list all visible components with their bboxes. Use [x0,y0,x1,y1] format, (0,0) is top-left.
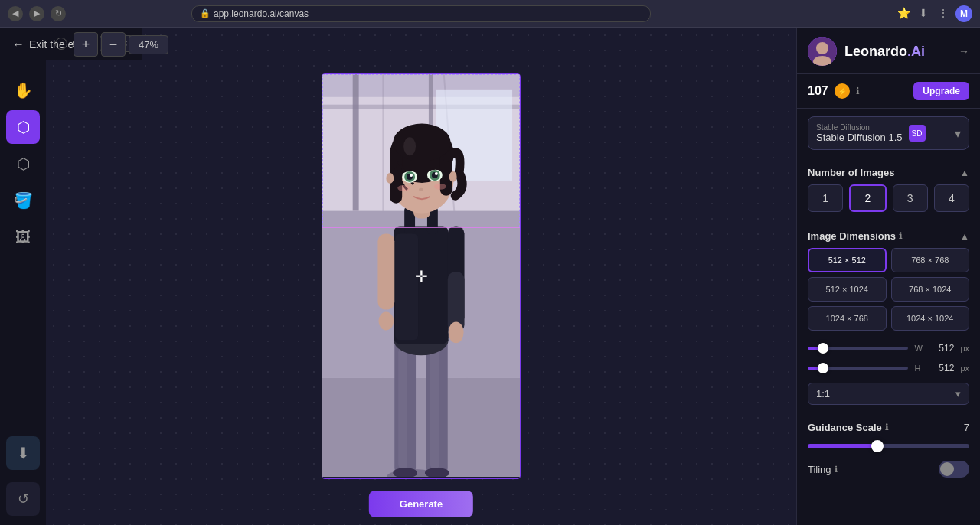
width-slider-thumb[interactable] [818,343,828,354]
height-value: 512 [933,363,954,373]
undo-button[interactable]: ↺ [6,482,40,516]
tiling-toggle-knob [940,462,954,476]
dim-768x768-button[interactable]: 768 × 768 [891,248,970,272]
download-tool-button[interactable]: ⬇ [6,436,40,470]
count-4-button[interactable]: 4 [934,184,969,212]
dim-512x1024-button[interactable]: 512 × 1024 [808,277,887,302]
browser-refresh[interactable]: ↻ [51,6,66,21]
selection-tool-button[interactable]: ⬡ [6,110,40,144]
aspect-ratio-chevron-icon: ▾ [956,388,961,399]
guidance-scale-label: Guidance Scale [808,422,882,433]
aspect-ratio-select[interactable]: 1:1 ▾ [808,383,969,405]
paint-icon: 🪣 [14,191,33,210]
height-slider-track[interactable] [808,367,908,370]
image-count-row: 1 2 3 4 [797,184,980,221]
browser-download-icon[interactable]: ⬇ [916,5,931,21]
app-body: ← Exit the editor + − 47% Snap 8 ▲ ▼ ✋ [0,28,980,525]
number-of-images-collapse[interactable]: ▲ [960,168,969,178]
model-info: Stable Diffusion Stable Diffusion 1.5 [816,123,903,143]
url-bar[interactable]: 🔒 app.leonardo.ai/canvas [191,5,651,22]
zoom-in-button[interactable]: + [74,32,98,57]
svg-rect-5 [353,74,359,211]
svg-point-34 [403,137,416,155]
guidance-track[interactable] [808,444,969,448]
svg-point-25 [449,321,464,343]
model-chevron-icon: ▾ [955,126,961,141]
browser-chrome: ◀ ▶ ↻ 🔒 app.leonardo.ai/canvas ⭐ ⬇ ⋮ M [0,0,980,28]
tiling-row: Tiling ℹ [797,453,980,485]
browser-forward[interactable]: ▶ [29,6,44,21]
guidance-thumb[interactable] [871,440,884,452]
canvas-image-wrapper: ✛ [322,73,521,479]
token-count: 107 [808,84,828,98]
height-slider-row: H 512 px [797,358,980,378]
token-info-icon[interactable]: ℹ [856,86,860,96]
svg-point-44 [397,185,410,191]
tiling-toggle[interactable] [939,461,969,478]
aspect-ratio-value: 1:1 [816,388,830,399]
right-panel: Leonardo.Ai → 107 ⚡ ℹ Upgrade Stable Dif… [796,28,980,525]
model-label: Stable Diffusion [816,123,903,132]
token-icon: ⚡ [835,83,850,99]
canvas-artwork [322,74,520,477]
canvas-image-frame[interactable]: ✛ [322,73,521,479]
dim-1024x1024-button[interactable]: 1024 × 1024 [891,306,970,331]
count-2-button[interactable]: 2 [849,184,886,212]
guidance-slider-row [797,439,980,453]
image-tool-button[interactable]: 🖼 [6,220,40,254]
width-label: W [914,344,926,353]
tiling-label: Tiling ℹ [808,464,939,475]
width-unit: px [960,344,969,353]
tiling-label-text: Tiling [808,464,831,475]
tiling-info-icon[interactable]: ℹ [835,465,838,474]
zoom-controls: + − 47% [74,32,168,57]
image-dimensions-info-icon[interactable]: ℹ [899,231,902,241]
guidance-scale-title: Guidance Scale ℹ [808,422,888,433]
dim-768x1024-button[interactable]: 768 × 1024 [891,277,970,302]
width-value: 512 [933,343,954,354]
guidance-info-icon[interactable]: ℹ [885,422,888,432]
svg-rect-9 [322,378,520,477]
image-dimensions-collapse[interactable]: ▲ [960,231,969,242]
svg-point-33 [393,123,450,161]
svg-point-43 [419,188,423,191]
model-selector[interactable]: Stable Diffusion Stable Diffusion 1.5 SD… [808,116,969,150]
canvas-area[interactable]: ✛ This will use 2 tokens. 107 tokens rem… [46,28,796,525]
svg-point-47 [449,171,457,182]
browser-actions: ⭐ ⬇ ⋮ M [896,5,972,22]
undo-icon: ↺ [18,491,29,507]
svg-rect-26 [377,233,394,309]
token-row: 107 ⚡ ℹ Upgrade [797,74,980,109]
count-1-button[interactable]: 1 [808,184,843,212]
hand-icon: ✋ [14,81,33,99]
svg-rect-15 [430,347,439,469]
generate-button[interactable]: Generate [369,491,473,517]
height-slider-thumb[interactable] [818,363,828,373]
browser-profile-icon[interactable]: M [956,5,972,22]
horizontal-guide [322,227,521,228]
count-3-button[interactable]: 3 [893,184,928,212]
paint-tool-button[interactable]: 🪣 [6,184,40,217]
zoom-out-button[interactable]: − [101,32,126,57]
number-of-images-title: Number of Images [808,167,894,178]
eraser-icon: ⬡ [17,155,30,173]
download-icon: ⬇ [17,444,30,462]
svg-point-27 [378,312,394,331]
upgrade-button[interactable]: Upgrade [913,82,969,100]
browser-extensions-icon[interactable]: ⭐ [896,5,911,21]
browser-back[interactable]: ◀ [8,6,23,21]
svg-point-42 [435,172,438,175]
eraser-tool-button[interactable]: ⬡ [6,147,40,181]
browser-menu-icon[interactable]: ⋮ [936,5,951,21]
width-slider-row: W 512 px [797,338,980,358]
guidance-scale-value: 7 [964,422,969,433]
svg-rect-14 [398,347,407,469]
dim-512x512-button[interactable]: 512 × 512 [808,248,887,272]
width-slider-track[interactable] [808,347,908,350]
hand-tool-button[interactable]: ✋ [6,73,40,107]
model-icon: SD [909,125,926,142]
dim-1024x768-button[interactable]: 1024 × 768 [808,306,887,331]
back-arrow-icon: ← [12,38,24,51]
image-icon: 🖼 [15,229,31,246]
dimension-grid: 512 × 512 768 × 768 512 × 1024 768 × 102… [797,248,980,338]
